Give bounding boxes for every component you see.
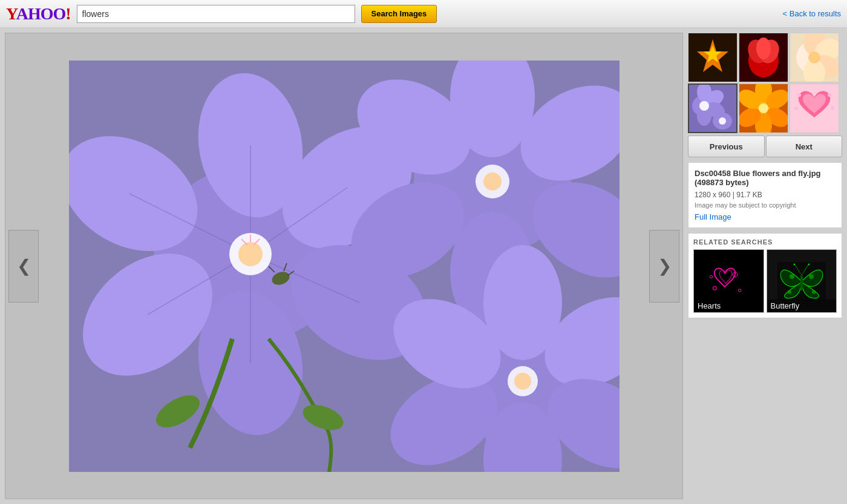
thumb4-icon bbox=[689, 85, 736, 132]
thumbnail-2[interactable] bbox=[739, 33, 788, 82]
svg-point-89 bbox=[809, 274, 814, 279]
svg-point-34 bbox=[514, 373, 531, 390]
related-searches-label: RELATED SEARCHES bbox=[693, 238, 837, 246]
image-info-panel: Dsc00458 Blue flowers and fly.jpg (49887… bbox=[688, 162, 842, 228]
yahoo-logo: YAHOO! bbox=[6, 5, 71, 22]
main-content: ❮ bbox=[0, 28, 847, 504]
svg-point-94 bbox=[808, 263, 809, 265]
search-input[interactable] bbox=[77, 5, 355, 23]
related-searches-panel: RELATED SEARCHES bbox=[688, 233, 842, 318]
svg-point-79 bbox=[828, 93, 831, 97]
back-to-results-link[interactable]: < Back to results bbox=[783, 9, 841, 18]
butterfly-svg-icon bbox=[777, 260, 826, 303]
chevron-right-icon: ❯ bbox=[658, 256, 672, 276]
thumb6-icon bbox=[790, 84, 839, 133]
svg-point-67 bbox=[719, 117, 726, 125]
next-image-arrow[interactable]: ❯ bbox=[649, 230, 679, 303]
thumbnail-grid bbox=[688, 33, 842, 133]
full-image-link[interactable]: Full Image bbox=[695, 212, 731, 221]
related-searches-grid: Hearts bbox=[693, 249, 837, 313]
svg-point-88 bbox=[790, 274, 794, 279]
svg-point-91 bbox=[812, 290, 816, 293]
svg-point-93 bbox=[793, 263, 795, 265]
header: YAHOO! Search Images < Back to results bbox=[0, 0, 847, 28]
svg-point-16 bbox=[238, 242, 263, 266]
svg-point-65 bbox=[699, 101, 709, 111]
nav-buttons: Previous Next bbox=[688, 136, 842, 157]
previous-button[interactable]: Previous bbox=[688, 136, 765, 157]
related-item-butterfly[interactable]: Butterfly bbox=[767, 249, 837, 313]
thumbnail-6[interactable] bbox=[790, 83, 839, 133]
svg-point-80 bbox=[794, 106, 798, 110]
thumbnail-3[interactable] bbox=[790, 33, 839, 82]
thumb1-icon bbox=[688, 33, 737, 82]
related-butterfly-label: Butterfly bbox=[767, 299, 837, 312]
image-title: Dsc00458 Blue flowers and fly.jpg (49887… bbox=[695, 169, 836, 187]
chevron-left-icon: ❮ bbox=[17, 256, 31, 276]
related-item-hearts[interactable]: Hearts bbox=[693, 249, 764, 313]
svg-point-92 bbox=[800, 273, 803, 291]
thumb5-icon bbox=[739, 84, 788, 133]
thumb3-icon bbox=[790, 33, 839, 82]
image-copyright: Image may be subject to copyright bbox=[695, 201, 836, 209]
svg-point-51 bbox=[756, 38, 771, 59]
flower-svg bbox=[69, 61, 620, 472]
svg-point-25 bbox=[483, 172, 502, 191]
svg-point-76 bbox=[759, 103, 768, 113]
hearts-svg-icon bbox=[704, 263, 753, 299]
image-viewer: ❮ bbox=[5, 33, 683, 499]
sidebar: Previous Next Dsc00458 Blue flowers and … bbox=[688, 33, 842, 499]
svg-point-78 bbox=[797, 93, 801, 97]
prev-image-arrow[interactable]: ❮ bbox=[8, 230, 39, 303]
image-dimensions: 1280 x 960 | 91.7 KB bbox=[695, 191, 836, 199]
svg-point-90 bbox=[788, 290, 791, 293]
svg-point-58 bbox=[808, 51, 820, 64]
svg-point-81 bbox=[831, 106, 834, 110]
thumbnail-1[interactable] bbox=[688, 33, 737, 82]
next-button[interactable]: Next bbox=[766, 136, 843, 157]
main-image bbox=[69, 61, 620, 472]
thumbnail-4-active[interactable] bbox=[688, 83, 737, 133]
thumbnail-5[interactable] bbox=[739, 83, 788, 133]
thumb2-icon bbox=[739, 33, 788, 82]
related-hearts-label: Hearts bbox=[694, 299, 764, 312]
search-button[interactable]: Search Images bbox=[361, 5, 437, 23]
